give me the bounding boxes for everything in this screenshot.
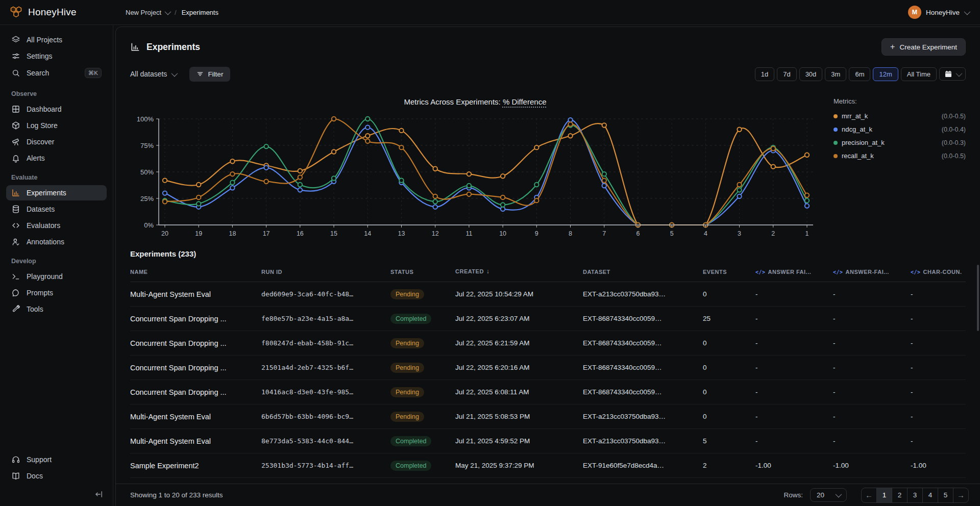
cell-run-id: f808247d-ebab-458b-91c… [261, 339, 390, 347]
sidebar-item-settings[interactable]: Settings [6, 48, 107, 64]
plus-icon: + [890, 43, 895, 51]
sidebar-item-prompts[interactable]: Prompts [6, 285, 107, 300]
breadcrumb: New Project / Experiments [126, 9, 218, 16]
column-header-events[interactable]: EVENTS [703, 269, 755, 275]
svg-text:16: 16 [297, 230, 304, 237]
page-header: Experiments + Create Experiment [130, 37, 966, 57]
legend-item-recall_at_k[interactable]: recall_at_k(0.0-0.5) [834, 152, 966, 160]
cell-name: Concurrent Span Dropping ... [130, 388, 261, 396]
previous-page-button[interactable]: ← [861, 488, 877, 503]
cell-created: Jul 21, 2025 4:59:52 PM [455, 437, 583, 445]
page-button-1[interactable]: 1 [876, 488, 892, 503]
column-header-name[interactable]: NAME [130, 269, 261, 275]
column-header-answer-fai[interactable]: </>ANSWER-FAI... [833, 269, 911, 275]
time-range-all-time[interactable]: All Time [901, 67, 937, 81]
page-button-2[interactable]: 2 [892, 488, 908, 503]
dashboard-icon [11, 105, 20, 114]
column-header-char-coun[interactable]: </>CHAR-COUN. [911, 269, 966, 275]
cell-answer-faithfulness: - [755, 364, 833, 371]
column-header-status[interactable]: STATUS [390, 269, 455, 275]
column-header-answer-fai[interactable]: </>ANSWER FAI... [755, 269, 833, 275]
table-row[interactable]: Concurrent Span Dropping ...f808247d-eba… [130, 331, 966, 356]
datasets-dropdown[interactable]: All datasets [130, 70, 176, 78]
time-range-12m[interactable]: 12m [873, 67, 898, 81]
cell-events: 5 [703, 437, 755, 445]
sidebar-item-search[interactable]: Search⌘K [6, 65, 107, 81]
sidebar-item-experiments[interactable]: Experiments [6, 185, 107, 200]
sidebar-item-docs[interactable]: Docs [6, 468, 107, 484]
legend-item-ndcg_at_k[interactable]: ndcg_at_k(0.0-0.4) [834, 125, 966, 133]
chat-icon [11, 288, 20, 297]
sidebar-item-log-store[interactable]: Log Store [6, 118, 107, 133]
time-range-30d[interactable]: 30d [799, 67, 823, 81]
svg-text:18: 18 [229, 230, 236, 237]
svg-text:11: 11 [465, 230, 472, 237]
cell-created: May 21, 2025 9:37:29 PM [455, 462, 583, 469]
code-icon: </> [833, 269, 843, 275]
keyboard-shortcut-badge: ⌘K [85, 68, 102, 78]
next-page-button[interactable]: → [953, 488, 969, 503]
table-row[interactable]: Concurrent Span Dropping ...10416ac8-d3e… [130, 380, 966, 404]
cell-name: Multi-Agent System Eval [130, 437, 261, 445]
cell-dataset: EXT-868743340cc0059… [583, 339, 703, 347]
page-button-4[interactable]: 4 [922, 488, 938, 503]
sidebar-item-playground[interactable]: Playground [6, 269, 107, 284]
scrollbar-thumb[interactable] [977, 265, 979, 331]
sidebar-item-support[interactable]: Support [6, 452, 107, 467]
cell-run-id: 25301b3d-5773-4b14-aff… [261, 462, 390, 469]
status-badge: Pending [390, 289, 424, 299]
breadcrumb-page[interactable]: Experiments [182, 9, 218, 16]
chart-mode-link[interactable]: % Difference [503, 97, 547, 106]
breadcrumb-project-dropdown[interactable]: New Project [126, 9, 169, 16]
user-name: HoneyHive [926, 9, 960, 16]
filter-button[interactable]: Filter [189, 67, 230, 82]
cell-answer-faithfulness: - [755, 290, 833, 298]
time-range-3m[interactable]: 3m [825, 67, 846, 81]
time-range-7d[interactable]: 7d [777, 67, 796, 81]
legend-color-dot [834, 128, 838, 132]
create-experiment-button[interactable]: + Create Experiment [881, 38, 966, 56]
sidebar-item-tools[interactable]: Tools [6, 301, 107, 317]
sidebar-item-discover[interactable]: Discover [6, 134, 107, 149]
user-menu[interactable]: M HoneyHive [908, 6, 980, 19]
sidebar-item-alerts[interactable]: Alerts [6, 150, 107, 166]
table-row[interactable]: Multi-Agent System Evalded609e9-3ca6-40f… [130, 282, 966, 307]
sidebar-item-annotations[interactable]: Annotations [6, 234, 107, 249]
sidebar-item-dashboard[interactable]: Dashboard [6, 102, 107, 117]
time-range-1d[interactable]: 1d [755, 67, 774, 81]
table-row[interactable]: Multi-Agent System Eval6b6d57bb-63bb-409… [130, 404, 966, 429]
cell-dataset: EXT-a213cc03750dba93… [583, 413, 703, 420]
legend-item-precision_at_k[interactable]: precision_at_k(0.0-0.3) [834, 139, 966, 146]
custom-date-range-button[interactable] [939, 67, 966, 81]
page-button-3[interactable]: 3 [907, 488, 923, 503]
controls-row: All datasets Filter 1d7d30d3m6m12mAll Ti… [130, 66, 966, 82]
page-button-5[interactable]: 5 [938, 488, 953, 503]
chevron-down-icon [172, 70, 178, 77]
sidebar-item-evaluators[interactable]: Evaluators [6, 218, 107, 233]
cell-status: Pending [390, 387, 455, 397]
column-header-dataset[interactable]: DATASET [583, 269, 703, 275]
cell-status: Completed [390, 461, 455, 471]
book-icon [11, 471, 20, 480]
cell-events: 0 [703, 364, 755, 371]
cell-answer-faithfulness-2: - [833, 315, 911, 322]
column-header-created[interactable]: CREATED↓ [455, 268, 583, 275]
table-row[interactable]: Concurrent Span Dropping ...21501a4d-2eb… [130, 356, 966, 380]
cell-events: 0 [703, 339, 755, 347]
rows-per-page-select[interactable]: 20 [810, 488, 847, 502]
table-row[interactable]: Multi-Agent System Eval8e773da5-5383-44c… [130, 429, 966, 453]
legend-item-mrr_at_k[interactable]: mrr_at_k(0.0-0.5) [834, 112, 966, 120]
sidebar-collapse[interactable] [6, 485, 107, 500]
time-range-6m[interactable]: 6m [849, 67, 870, 81]
column-header-run-id[interactable]: RUN ID [261, 269, 390, 275]
sidebar-item-label: Evaluators [27, 221, 60, 230]
table-row[interactable]: Concurrent Span Dropping ...fe80e57b-a23… [130, 307, 966, 331]
cell-events: 25 [703, 315, 755, 322]
table-row[interactable]: Sample Experiment225301b3d-5773-4b14-aff… [130, 453, 966, 478]
cell-answer-faithfulness-2: - [833, 364, 911, 371]
sidebar-item-all-projects[interactable]: All Projects [6, 32, 107, 47]
cell-created: Jul 22, 2025 6:08:11 AM [455, 388, 583, 396]
cell-status: Pending [390, 338, 455, 348]
app-logo[interactable]: HoneyHive [0, 6, 113, 19]
sidebar-item-datasets[interactable]: Datasets [6, 201, 107, 217]
